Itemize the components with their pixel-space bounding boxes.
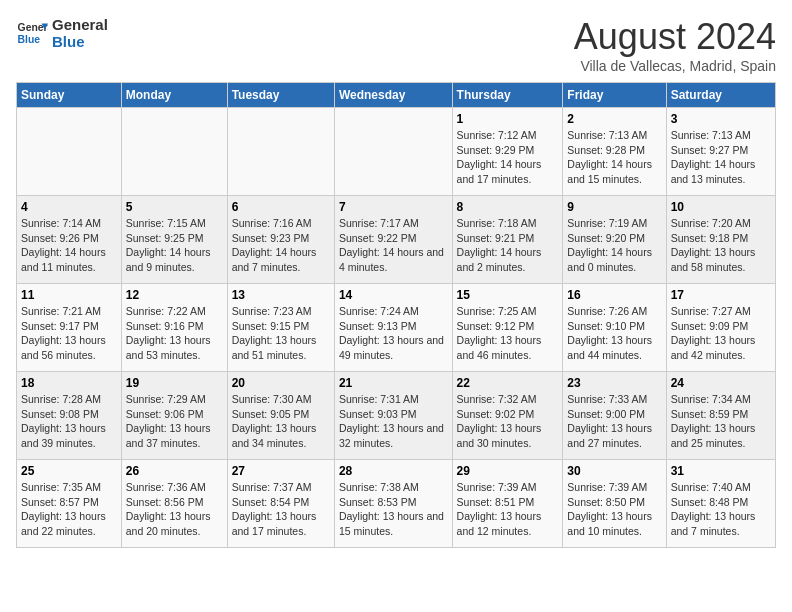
- day-number: 13: [232, 288, 330, 302]
- calendar-cell: [121, 108, 227, 196]
- calendar-cell: [17, 108, 122, 196]
- calendar-cell: 7Sunrise: 7:17 AMSunset: 9:22 PMDaylight…: [334, 196, 452, 284]
- day-number: 24: [671, 376, 771, 390]
- day-info: Sunrise: 7:31 AMSunset: 9:03 PMDaylight:…: [339, 392, 448, 451]
- calendar-week-row: 25Sunrise: 7:35 AMSunset: 8:57 PMDayligh…: [17, 460, 776, 548]
- day-number: 16: [567, 288, 661, 302]
- day-info: Sunrise: 7:13 AMSunset: 9:27 PMDaylight:…: [671, 128, 771, 187]
- logo-text-line2: Blue: [52, 33, 108, 50]
- day-info: Sunrise: 7:20 AMSunset: 9:18 PMDaylight:…: [671, 216, 771, 275]
- main-title: August 2024: [574, 16, 776, 58]
- day-number: 27: [232, 464, 330, 478]
- day-info: Sunrise: 7:39 AMSunset: 8:51 PMDaylight:…: [457, 480, 559, 539]
- calendar-body: 1Sunrise: 7:12 AMSunset: 9:29 PMDaylight…: [17, 108, 776, 548]
- day-info: Sunrise: 7:14 AMSunset: 9:26 PMDaylight:…: [21, 216, 117, 275]
- day-number: 14: [339, 288, 448, 302]
- day-info: Sunrise: 7:28 AMSunset: 9:08 PMDaylight:…: [21, 392, 117, 451]
- day-info: Sunrise: 7:36 AMSunset: 8:56 PMDaylight:…: [126, 480, 223, 539]
- calendar-cell: [227, 108, 334, 196]
- day-info: Sunrise: 7:16 AMSunset: 9:23 PMDaylight:…: [232, 216, 330, 275]
- day-number: 21: [339, 376, 448, 390]
- day-number: 3: [671, 112, 771, 126]
- calendar-cell: [334, 108, 452, 196]
- calendar-cell: 22Sunrise: 7:32 AMSunset: 9:02 PMDayligh…: [452, 372, 563, 460]
- calendar-cell: 8Sunrise: 7:18 AMSunset: 9:21 PMDaylight…: [452, 196, 563, 284]
- calendar-cell: 13Sunrise: 7:23 AMSunset: 9:15 PMDayligh…: [227, 284, 334, 372]
- day-number: 2: [567, 112, 661, 126]
- day-info: Sunrise: 7:15 AMSunset: 9:25 PMDaylight:…: [126, 216, 223, 275]
- day-number: 4: [21, 200, 117, 214]
- day-number: 22: [457, 376, 559, 390]
- day-number: 19: [126, 376, 223, 390]
- day-info: Sunrise: 7:22 AMSunset: 9:16 PMDaylight:…: [126, 304, 223, 363]
- day-info: Sunrise: 7:39 AMSunset: 8:50 PMDaylight:…: [567, 480, 661, 539]
- day-header-monday: Monday: [121, 83, 227, 108]
- day-number: 28: [339, 464, 448, 478]
- day-info: Sunrise: 7:40 AMSunset: 8:48 PMDaylight:…: [671, 480, 771, 539]
- calendar-cell: 3Sunrise: 7:13 AMSunset: 9:27 PMDaylight…: [666, 108, 775, 196]
- day-number: 20: [232, 376, 330, 390]
- day-info: Sunrise: 7:13 AMSunset: 9:28 PMDaylight:…: [567, 128, 661, 187]
- day-info: Sunrise: 7:33 AMSunset: 9:00 PMDaylight:…: [567, 392, 661, 451]
- day-info: Sunrise: 7:12 AMSunset: 9:29 PMDaylight:…: [457, 128, 559, 187]
- calendar-cell: 5Sunrise: 7:15 AMSunset: 9:25 PMDaylight…: [121, 196, 227, 284]
- calendar-cell: 24Sunrise: 7:34 AMSunset: 8:59 PMDayligh…: [666, 372, 775, 460]
- day-number: 11: [21, 288, 117, 302]
- day-header-thursday: Thursday: [452, 83, 563, 108]
- day-number: 23: [567, 376, 661, 390]
- day-info: Sunrise: 7:30 AMSunset: 9:05 PMDaylight:…: [232, 392, 330, 451]
- day-number: 26: [126, 464, 223, 478]
- calendar-cell: 20Sunrise: 7:30 AMSunset: 9:05 PMDayligh…: [227, 372, 334, 460]
- day-info: Sunrise: 7:17 AMSunset: 9:22 PMDaylight:…: [339, 216, 448, 275]
- logo-icon: General Blue: [16, 17, 48, 49]
- calendar-week-row: 11Sunrise: 7:21 AMSunset: 9:17 PMDayligh…: [17, 284, 776, 372]
- calendar-cell: 21Sunrise: 7:31 AMSunset: 9:03 PMDayligh…: [334, 372, 452, 460]
- calendar-cell: 23Sunrise: 7:33 AMSunset: 9:00 PMDayligh…: [563, 372, 666, 460]
- day-number: 25: [21, 464, 117, 478]
- calendar-cell: 17Sunrise: 7:27 AMSunset: 9:09 PMDayligh…: [666, 284, 775, 372]
- day-info: Sunrise: 7:29 AMSunset: 9:06 PMDaylight:…: [126, 392, 223, 451]
- day-number: 18: [21, 376, 117, 390]
- calendar-cell: 4Sunrise: 7:14 AMSunset: 9:26 PMDaylight…: [17, 196, 122, 284]
- subtitle: Villa de Vallecas, Madrid, Spain: [574, 58, 776, 74]
- calendar-cell: 29Sunrise: 7:39 AMSunset: 8:51 PMDayligh…: [452, 460, 563, 548]
- calendar-cell: 14Sunrise: 7:24 AMSunset: 9:13 PMDayligh…: [334, 284, 452, 372]
- day-info: Sunrise: 7:32 AMSunset: 9:02 PMDaylight:…: [457, 392, 559, 451]
- day-info: Sunrise: 7:21 AMSunset: 9:17 PMDaylight:…: [21, 304, 117, 363]
- calendar-cell: 30Sunrise: 7:39 AMSunset: 8:50 PMDayligh…: [563, 460, 666, 548]
- day-number: 10: [671, 200, 771, 214]
- calendar-cell: 11Sunrise: 7:21 AMSunset: 9:17 PMDayligh…: [17, 284, 122, 372]
- day-info: Sunrise: 7:37 AMSunset: 8:54 PMDaylight:…: [232, 480, 330, 539]
- day-number: 8: [457, 200, 559, 214]
- calendar-cell: 9Sunrise: 7:19 AMSunset: 9:20 PMDaylight…: [563, 196, 666, 284]
- calendar-week-row: 18Sunrise: 7:28 AMSunset: 9:08 PMDayligh…: [17, 372, 776, 460]
- calendar-table: SundayMondayTuesdayWednesdayThursdayFrid…: [16, 82, 776, 548]
- calendar-cell: 18Sunrise: 7:28 AMSunset: 9:08 PMDayligh…: [17, 372, 122, 460]
- day-info: Sunrise: 7:34 AMSunset: 8:59 PMDaylight:…: [671, 392, 771, 451]
- day-number: 6: [232, 200, 330, 214]
- day-number: 17: [671, 288, 771, 302]
- calendar-cell: 1Sunrise: 7:12 AMSunset: 9:29 PMDaylight…: [452, 108, 563, 196]
- calendar-header-row: SundayMondayTuesdayWednesdayThursdayFrid…: [17, 83, 776, 108]
- day-info: Sunrise: 7:26 AMSunset: 9:10 PMDaylight:…: [567, 304, 661, 363]
- day-header-friday: Friday: [563, 83, 666, 108]
- calendar-week-row: 4Sunrise: 7:14 AMSunset: 9:26 PMDaylight…: [17, 196, 776, 284]
- calendar-cell: 16Sunrise: 7:26 AMSunset: 9:10 PMDayligh…: [563, 284, 666, 372]
- day-info: Sunrise: 7:35 AMSunset: 8:57 PMDaylight:…: [21, 480, 117, 539]
- day-info: Sunrise: 7:38 AMSunset: 8:53 PMDaylight:…: [339, 480, 448, 539]
- day-info: Sunrise: 7:18 AMSunset: 9:21 PMDaylight:…: [457, 216, 559, 275]
- header: General Blue General Blue August 2024 Vi…: [16, 16, 776, 74]
- day-info: Sunrise: 7:19 AMSunset: 9:20 PMDaylight:…: [567, 216, 661, 275]
- day-number: 12: [126, 288, 223, 302]
- calendar-cell: 26Sunrise: 7:36 AMSunset: 8:56 PMDayligh…: [121, 460, 227, 548]
- calendar-cell: 27Sunrise: 7:37 AMSunset: 8:54 PMDayligh…: [227, 460, 334, 548]
- day-number: 30: [567, 464, 661, 478]
- day-number: 15: [457, 288, 559, 302]
- day-info: Sunrise: 7:24 AMSunset: 9:13 PMDaylight:…: [339, 304, 448, 363]
- day-number: 1: [457, 112, 559, 126]
- day-header-wednesday: Wednesday: [334, 83, 452, 108]
- day-number: 5: [126, 200, 223, 214]
- day-number: 7: [339, 200, 448, 214]
- day-info: Sunrise: 7:27 AMSunset: 9:09 PMDaylight:…: [671, 304, 771, 363]
- day-header-saturday: Saturday: [666, 83, 775, 108]
